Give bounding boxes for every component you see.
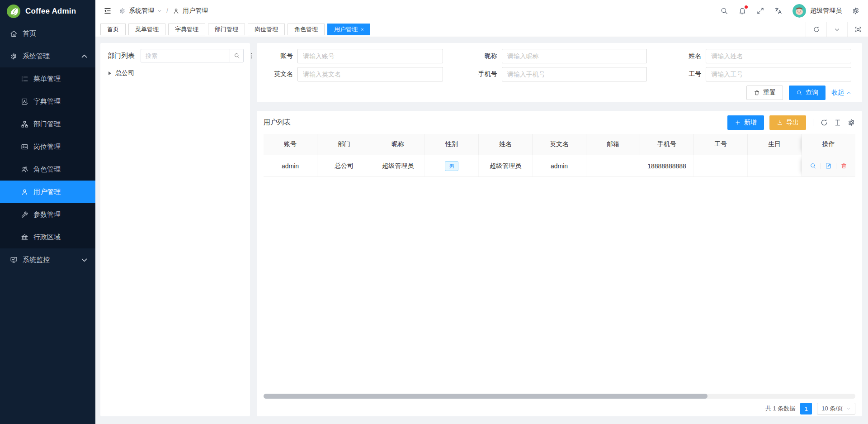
phone-field[interactable] — [502, 67, 647, 81]
nickname-field[interactable] — [502, 49, 647, 63]
pagination-page-1[interactable]: 1 — [800, 403, 812, 414]
add-button[interactable]: 新增 — [727, 115, 764, 130]
field-label: 姓名 — [676, 52, 706, 60]
tab-post-mgmt[interactable]: 岗位管理 — [248, 24, 285, 35]
list-icon — [21, 75, 28, 83]
form-item-name: 姓名 — [676, 49, 851, 63]
avatar — [793, 4, 806, 18]
form-item-account: 账号 — [268, 49, 443, 63]
delete-icon[interactable] — [840, 162, 847, 169]
maximize-icon[interactable] — [847, 22, 868, 37]
breadcrumb-separator: / — [166, 7, 168, 14]
tab-label: 首页 — [107, 25, 119, 33]
search-icon[interactable] — [720, 7, 728, 15]
sidebar-item-label: 首页 — [23, 29, 36, 38]
refresh-icon[interactable] — [806, 22, 826, 37]
tree-node-label: 总公司 — [115, 69, 134, 77]
view-icon[interactable] — [810, 162, 816, 169]
export-label: 导出 — [786, 119, 799, 127]
cell-account: admin — [264, 155, 317, 176]
sidebar-item-home[interactable]: 首页 — [0, 22, 95, 45]
tree-node-company[interactable]: 总公司 — [108, 69, 243, 77]
action-divider — [836, 163, 836, 169]
sidebar-item-dict-mgmt[interactable]: 字典管理 — [0, 90, 95, 113]
monitor-icon — [10, 256, 18, 264]
dept-search-button[interactable] — [230, 49, 244, 62]
page-size-select[interactable]: 10 条/页 — [817, 403, 855, 414]
sidebar-item-label: 部门管理 — [33, 120, 61, 129]
tab-home[interactable]: 首页 — [100, 24, 126, 35]
cell-birthday — [748, 155, 802, 176]
team-icon — [21, 166, 28, 173]
chevron-down-icon[interactable] — [826, 22, 847, 37]
col-phone: 手机号 — [640, 134, 694, 155]
table-header-bar: 用户列表 新增 导出 — [264, 111, 855, 134]
collapse-link[interactable]: 收起 — [831, 89, 851, 97]
sidebar-item-label: 角色管理 — [33, 165, 61, 174]
field-label: 手机号 — [472, 70, 502, 78]
tab-dept-mgmt[interactable]: 部门管理 — [208, 24, 245, 35]
tab-role-mgmt[interactable]: 角色管理 — [288, 24, 325, 35]
dept-search-input[interactable] — [141, 49, 230, 62]
sidebar-item-param-mgmt[interactable]: 参数管理 — [0, 203, 95, 226]
sidebar-item-post-mgmt[interactable]: 岗位管理 — [0, 135, 95, 158]
sidebar-item-menu-mgmt[interactable]: 菜单管理 — [0, 67, 95, 90]
edit-icon[interactable] — [825, 162, 832, 169]
translate-icon[interactable] — [774, 7, 783, 15]
menu-fold-icon[interactable] — [104, 7, 112, 15]
notification-badge — [745, 5, 748, 9]
col-email: 邮箱 — [586, 134, 640, 155]
refresh-icon[interactable] — [820, 119, 828, 127]
export-button[interactable]: 导出 — [769, 115, 806, 130]
sidebar-item-user-mgmt[interactable]: 用户管理 — [0, 181, 95, 203]
fullscreen-icon[interactable] — [756, 7, 764, 15]
tab-dict-mgmt[interactable]: 字典管理 — [168, 24, 205, 35]
user-icon — [21, 188, 28, 196]
reset-label: 重置 — [763, 89, 776, 97]
toolbar-divider — [813, 119, 813, 126]
tab-close-icon[interactable]: × — [361, 27, 363, 32]
search-icon — [234, 52, 240, 59]
app-logo[interactable]: Coffee Admin — [0, 0, 95, 22]
cell-name: 超级管理员 — [479, 155, 533, 176]
chevron-down-icon[interactable] — [157, 9, 162, 13]
sidebar-item-monitor[interactable]: 系统监控 — [0, 248, 95, 271]
work-no-field[interactable] — [706, 67, 851, 81]
col-nickname: 昵称 — [371, 134, 425, 155]
breadcrumb: 系统管理 / 用户管理 — [119, 7, 208, 15]
tab-controls — [806, 22, 868, 37]
tab-label: 字典管理 — [175, 25, 198, 33]
dictionary-icon — [21, 98, 28, 105]
caret-right-icon[interactable] — [108, 71, 111, 75]
app-title: Coffee Admin — [25, 7, 76, 16]
field-label: 账号 — [268, 52, 297, 60]
sidebar-submenu-system: 菜单管理 字典管理 部门管理 岗位管理 角色管理 用户管理 — [0, 67, 95, 248]
tab-menu-mgmt[interactable]: 菜单管理 — [128, 24, 165, 35]
query-button[interactable]: 查询 — [789, 86, 826, 100]
horizontal-scrollbar-thumb[interactable] — [264, 394, 708, 399]
sidebar-item-system[interactable]: 系统管理 — [0, 45, 95, 67]
more-dots-icon[interactable] — [248, 52, 255, 59]
en-name-field[interactable] — [297, 67, 443, 81]
form-item-work-no: 工号 — [676, 67, 851, 81]
notification-bell-icon[interactable] — [738, 7, 746, 15]
sidebar-item-dept-mgmt[interactable]: 部门管理 — [0, 113, 95, 135]
account-field[interactable] — [297, 49, 443, 63]
table-settings-gear-icon[interactable] — [847, 119, 855, 127]
sidebar-item-region[interactable]: 行政区域 — [0, 226, 95, 248]
sidebar-item-label: 菜单管理 — [33, 75, 61, 83]
breadcrumb-section[interactable]: 系统管理 — [129, 7, 154, 15]
add-label: 新增 — [744, 119, 757, 127]
reset-button[interactable]: 重置 — [746, 86, 783, 100]
dept-panel-title: 部门列表 — [108, 52, 135, 60]
name-field[interactable] — [706, 49, 851, 63]
top-header: 系统管理 / 用户管理 超级管理员 — [95, 0, 868, 22]
org-chart-icon — [21, 120, 28, 128]
column-height-icon[interactable] — [834, 119, 842, 127]
col-en-name: 英文名 — [533, 134, 586, 155]
tab-user-mgmt[interactable]: 用户管理 × — [327, 24, 370, 35]
field-label: 英文名 — [268, 70, 297, 78]
sidebar-item-role-mgmt[interactable]: 角色管理 — [0, 158, 95, 181]
settings-gear-icon[interactable] — [852, 7, 860, 15]
user-menu[interactable]: 超级管理员 — [793, 4, 842, 18]
